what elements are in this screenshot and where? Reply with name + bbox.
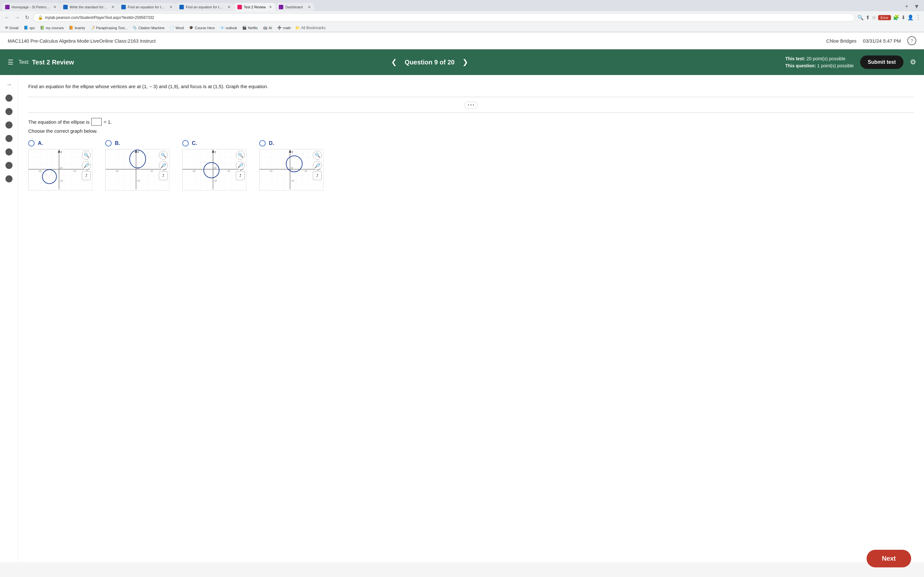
bookmark-0[interactable]: ✉Gmail <box>3 25 21 31</box>
sidebar-item-6[interactable] <box>5 162 13 169</box>
option-c-label: C. <box>192 140 197 146</box>
tab-close-tab6[interactable]: ✕ <box>308 5 311 9</box>
bookmark-5[interactable]: 📎Citation Machine <box>131 25 166 31</box>
tab-tab2[interactable]: Write the standard form of... ✕ <box>60 3 118 11</box>
bookmark-1[interactable]: 📘spc <box>22 25 37 31</box>
option-a-radio[interactable] <box>28 140 35 147</box>
bookmark-2[interactable]: 📗my courses <box>38 25 66 31</box>
search-icon[interactable]: 🔍 <box>857 15 864 21</box>
bookmark-label-8: outlook <box>226 26 237 30</box>
sidebar-item-5[interactable] <box>5 148 13 155</box>
tab-tab1[interactable]: Homepage - St Petersbur... ✕ <box>2 3 60 11</box>
option-d-zoom-out[interactable]: 🔎 <box>313 161 322 170</box>
equation-input-box[interactable] <box>91 118 102 126</box>
option-a-zoom-in[interactable]: 🔍 <box>82 151 91 160</box>
tab-close-tab2[interactable]: ✕ <box>111 5 115 9</box>
sidebar-item-1[interactable] <box>5 95 13 102</box>
test-header-left: ☰ Test: Test 2 Review <box>8 58 74 66</box>
tab-overflow-icon[interactable]: ▼ <box>911 2 922 11</box>
tab-close-tab3[interactable]: ✕ <box>170 5 173 9</box>
submit-test-button[interactable]: Submit test <box>860 55 903 69</box>
option-d-expand[interactable]: ⤴ <box>313 171 322 180</box>
share-icon[interactable]: ⬆ <box>866 15 870 21</box>
url-text: mylab.pearson.com/Student/PlayerTest.asp… <box>45 15 850 20</box>
option-b-zoom-in[interactable]: 🔍 <box>159 151 168 160</box>
next-button[interactable]: Next <box>867 550 911 562</box>
question-label: Question 9 of 20 <box>405 59 455 66</box>
option-c-zoom-group: 🔍 🔎 ⤴ <box>236 151 245 180</box>
bookmark-9[interactable]: 🎬Netflix <box>240 25 260 31</box>
extensions-icon[interactable]: ⬇ <box>901 15 905 21</box>
tab-favicon-tab6 <box>279 5 283 9</box>
bookmark-8[interactable]: 📧outlook <box>218 25 239 31</box>
forward-button[interactable]: → <box>13 13 21 22</box>
tab-title-tab2: Write the standard form of... <box>69 5 108 9</box>
all-bookmarks[interactable]: 📁 All Bookmarks <box>295 26 325 30</box>
option-a-expand[interactable]: ⤴ <box>82 171 91 180</box>
option-c-radio[interactable] <box>182 140 189 147</box>
tab-close-tab4[interactable]: ✕ <box>228 5 231 9</box>
menu-icon[interactable]: ☰ <box>8 58 13 66</box>
sidebar-item-3[interactable] <box>5 121 13 129</box>
tab-tab6[interactable]: Dashboard ✕ <box>276 3 314 11</box>
profile-icon[interactable]: 👤 <box>907 15 914 21</box>
bookmark-label-6: Word <box>176 26 184 30</box>
sidebar-item-2[interactable] <box>5 108 13 115</box>
option-b-radio[interactable] <box>105 140 111 147</box>
option-b-header: B. <box>105 140 120 147</box>
url-bar[interactable]: 🔒 mylab.pearson.com/Student/PlayerTest.a… <box>33 13 855 22</box>
tab-close-tab5[interactable]: ✕ <box>269 5 272 9</box>
new-tab-button[interactable]: + <box>903 2 911 11</box>
tab-close-tab1[interactable]: ✕ <box>53 5 57 9</box>
bookmark-label-2: my courses <box>46 26 64 30</box>
test-info: This test: 20 point(s) possible This que… <box>785 55 854 69</box>
question-nav: ❮ Question 9 of 20 ❯ <box>389 57 471 68</box>
equation-text: The equation of the ellipse is = 1. <box>28 118 914 126</box>
option-a-zoom-out[interactable]: 🔎 <box>82 161 91 170</box>
settings-icon[interactable]: ⚙ <box>910 58 916 66</box>
error-badge[interactable]: Error <box>878 15 891 20</box>
bookmark-6[interactable]: 📄Word <box>168 25 186 31</box>
tab-tab3[interactable]: Find an equation for the el... ✕ <box>118 3 176 11</box>
tab-tab4[interactable]: Find an equation for the el... ✕ <box>176 3 234 11</box>
option-d-graph: y x 10 -10 10 -10 🔍 🔎 ⤴ <box>259 149 323 191</box>
help-button[interactable]: ? <box>907 36 916 45</box>
option-b-expand[interactable]: ⤴ <box>159 171 168 180</box>
option-d-zoom-in[interactable]: 🔍 <box>313 151 322 160</box>
bookmark-4[interactable]: 📝Paraphrasing Tool... <box>89 25 129 31</box>
option-b-zoom-group: 🔍 🔎 ⤴ <box>159 151 168 180</box>
sidebar-arrow-icon[interactable]: → <box>6 81 12 88</box>
option-d-radio[interactable] <box>259 140 266 147</box>
question-text: Find an equation for the ellipse whose v… <box>28 83 914 90</box>
puzzle-icon[interactable]: 🧩 <box>893 15 899 21</box>
prev-question-button[interactable]: ❮ <box>389 57 399 68</box>
tab-favicon-tab4 <box>179 5 184 9</box>
bookmarks-bar: ✉Gmail📘spc📗my courses📙brainly📝Paraphrasi… <box>0 24 924 32</box>
option-c-svg: y x 10 -10 10 -10 <box>183 149 244 189</box>
option-c-zoom-out[interactable]: 🔎 <box>236 161 245 170</box>
bookmark-10[interactable]: 🤖AI <box>261 25 274 31</box>
tab-favicon-tab1 <box>5 5 10 9</box>
bookmark-7[interactable]: 🎓Course Hero <box>187 25 216 31</box>
bookmark-label-0: Gmail <box>9 26 19 30</box>
option-a-header: A. <box>28 140 43 147</box>
tab-tab5[interactable]: Test 2 Review ✕ <box>234 3 275 11</box>
choose-text: Choose the correct graph below. <box>28 128 914 134</box>
bookmark-icon-3: 📙 <box>69 26 73 30</box>
bookmark-icon-5: 📎 <box>132 26 137 30</box>
option-c-zoom-in[interactable]: 🔍 <box>236 151 245 160</box>
option-c-expand[interactable]: ⤴ <box>236 171 245 180</box>
sidebar-item-4[interactable] <box>5 135 13 142</box>
sidebar-item-7[interactable] <box>5 175 13 182</box>
option-b-zoom-out[interactable]: 🔎 <box>159 161 168 170</box>
next-question-button[interactable]: ❯ <box>460 57 471 68</box>
bookmark-3[interactable]: 📙brainly <box>67 25 87 31</box>
more-icon[interactable]: ⋮ <box>916 15 921 21</box>
option-d: D. <box>259 140 323 191</box>
user-name: Chloe Bridges <box>826 38 856 44</box>
svg-text:10: 10 <box>228 170 230 172</box>
bookmark-11[interactable]: ➗math <box>275 25 292 31</box>
reload-button[interactable]: ↻ <box>24 13 31 22</box>
back-button[interactable]: ← <box>3 13 11 22</box>
bookmark-star-icon[interactable]: ☆ <box>872 15 876 21</box>
